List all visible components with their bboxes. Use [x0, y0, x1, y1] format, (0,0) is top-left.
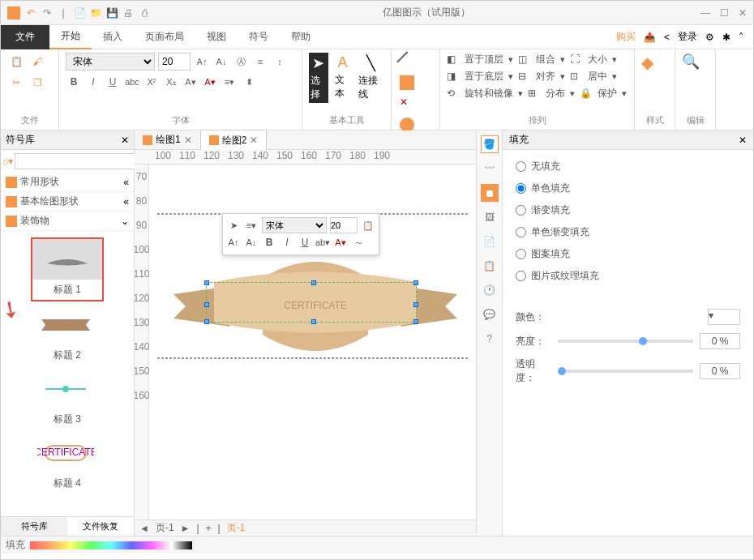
group-icon[interactable]: ◫ — [518, 53, 531, 66]
protect-icon[interactable]: 🔒 — [580, 88, 593, 100]
maximize-button[interactable]: ☐ — [720, 7, 729, 19]
align-button[interactable]: ≡▾ — [221, 74, 238, 90]
doc-tab-2[interactable]: 绘图2✕ — [200, 130, 268, 151]
rotate-button[interactable]: 旋转和镜像 — [465, 87, 513, 100]
increase-font-icon[interactable]: A↑ — [194, 53, 210, 70]
clear-format-icon[interactable]: Ⓐ — [233, 53, 249, 70]
float-curve[interactable]: ～ — [351, 235, 366, 250]
fill-option-solid[interactable]: 单色填充 — [516, 182, 740, 195]
underline-button[interactable]: U — [105, 74, 121, 90]
align-shapes-icon[interactable]: ⊟ — [518, 71, 531, 83]
fill-option-pattern[interactable]: 图案填充 — [516, 247, 740, 261]
canvas[interactable]: CERTIFICATE ➤ ≡▾ 宋 — [149, 165, 476, 519]
italic-button[interactable]: I — [85, 74, 101, 90]
symbol-title-3[interactable]: 标题 3 — [31, 369, 104, 430]
category-decoration[interactable]: 装饰物⌄ — [1, 212, 134, 231]
share-icon[interactable]: < — [664, 32, 670, 43]
cut-icon[interactable]: ✂ — [7, 74, 25, 92]
page-nav-prev[interactable]: ◄ — [139, 523, 149, 534]
symbol-title-4[interactable]: CERTIFICATE 标题 4 — [31, 433, 104, 494]
distribute-icon[interactable]: ⊞ — [528, 88, 541, 100]
center-button[interactable]: 居中 — [588, 70, 607, 83]
tool-connector[interactable]: ╲连接线 — [357, 53, 384, 103]
tab-help[interactable]: 帮助 — [280, 25, 322, 49]
bring-front-icon[interactable]: ◧ — [447, 53, 460, 66]
page-tab[interactable]: 页-1 — [227, 521, 246, 535]
minimize-button[interactable]: — — [700, 7, 710, 19]
superscript-button[interactable]: X² — [144, 74, 160, 90]
layout-tab-icon[interactable]: 📋 — [481, 257, 499, 275]
close-tab-icon[interactable]: ✕ — [250, 135, 258, 146]
fill-option-texture[interactable]: 图片或纹理填充 — [516, 269, 740, 283]
float-underline[interactable]: U — [298, 235, 312, 250]
center-icon[interactable]: ⊡ — [570, 71, 583, 83]
tab-start[interactable]: 开始 — [49, 24, 92, 49]
fill-tab-icon[interactable]: 🪣 — [481, 135, 499, 153]
fill-option-none[interactable]: 无填充 — [516, 160, 740, 173]
undo-button[interactable]: ↶ — [24, 6, 38, 20]
doc-tab-1[interactable]: 绘图1✕ — [135, 130, 200, 150]
subscript-button[interactable]: X₂ — [163, 74, 179, 90]
float-font-select[interactable]: 宋体 — [262, 217, 327, 233]
color-swatch[interactable]: ▾ — [708, 309, 740, 325]
symbol-title-2[interactable]: 标题 2 — [31, 305, 104, 365]
bring-front-button[interactable]: 置于顶层 — [465, 53, 503, 66]
font-color-button[interactable]: A▾ — [202, 74, 218, 90]
category-common[interactable]: 常用形状« — [1, 173, 134, 192]
copy-icon[interactable]: ❐ — [28, 74, 46, 92]
send-back-icon[interactable]: ◨ — [447, 71, 460, 83]
line-tab-icon[interactable]: 〰 — [481, 160, 499, 177]
fill-option-gradient[interactable]: 渐变填充 — [516, 203, 740, 217]
transparency-slider[interactable] — [558, 370, 693, 373]
send-back-button[interactable]: 置于底层 — [465, 70, 503, 83]
print-icon[interactable]: 🖨 — [121, 6, 135, 20]
close-panel-icon[interactable]: ✕ — [121, 135, 129, 146]
color-strip[interactable] — [30, 541, 192, 549]
close-tab-icon[interactable]: ✕ — [184, 135, 192, 146]
apps-icon[interactable]: ✱ — [722, 32, 730, 43]
rect-shape-icon[interactable] — [400, 75, 414, 90]
category-basic[interactable]: 基本绘图形状« — [1, 192, 134, 212]
history-tab-icon[interactable]: 🕐 — [481, 281, 499, 299]
add-page-button[interactable]: + — [206, 523, 212, 534]
distribute-button[interactable]: 分布 — [546, 87, 565, 100]
settings-icon[interactable]: ⚙ — [705, 32, 714, 43]
float-size-input[interactable] — [330, 217, 358, 233]
list-icon[interactable]: ≡▾ — [244, 218, 259, 233]
tab-view[interactable]: 视图 — [195, 25, 238, 49]
save-icon[interactable]: 💾 — [105, 6, 119, 20]
decrease-font-icon[interactable]: A↓ — [213, 53, 229, 70]
strike-button[interactable]: abc — [124, 74, 140, 90]
paste-icon[interactable]: 📋 — [7, 53, 25, 71]
brightness-slider[interactable] — [558, 340, 693, 343]
font-size-input[interactable] — [158, 53, 191, 71]
line-spacing-icon[interactable]: ↕ — [272, 53, 288, 70]
float-dec-font[interactable]: A↓ — [244, 235, 259, 250]
transparency-value[interactable]: 0 % — [700, 363, 740, 379]
shadow-tab-icon[interactable]: ◼ — [481, 184, 499, 202]
font-family-select[interactable]: 宋体 — [66, 53, 155, 71]
group-button[interactable]: 组合 — [536, 53, 555, 66]
float-color[interactable]: A▾ — [333, 235, 348, 250]
collapse-ribbon-icon[interactable]: ˄ — [739, 32, 743, 43]
rotate-icon[interactable]: ⟲ — [447, 88, 460, 100]
buy-link[interactable]: 购买 — [616, 30, 636, 44]
format-painter-icon[interactable]: 🖌 — [28, 53, 46, 71]
size-button[interactable]: 大小 — [588, 53, 607, 66]
delete-shape-icon[interactable]: ✕ — [400, 96, 414, 111]
cursor-icon[interactable]: ➤ — [226, 218, 241, 233]
tab-file-recovery[interactable]: 文件恢复 — [67, 517, 134, 536]
tab-insert[interactable]: 插入 — [92, 25, 134, 49]
float-italic[interactable]: I — [280, 235, 294, 250]
text-direction-button[interactable]: ⬍ — [241, 74, 257, 90]
tab-symbol-library[interactable]: 符号库 — [1, 517, 67, 536]
page-tab-icon[interactable]: 📄 — [481, 233, 499, 250]
comment-tab-icon[interactable]: 💬 — [481, 306, 499, 323]
redo-button[interactable]: ↷ — [40, 6, 54, 20]
tab-page-layout[interactable]: 页面布局 — [134, 25, 195, 49]
float-highlight[interactable]: ab▾ — [315, 235, 330, 250]
tab-symbol[interactable]: 符号 — [238, 25, 280, 49]
export-icon[interactable]: ⎙ — [137, 6, 152, 20]
search-icon[interactable]: 🔍 — [682, 53, 700, 71]
float-bold[interactable]: B — [262, 235, 276, 250]
